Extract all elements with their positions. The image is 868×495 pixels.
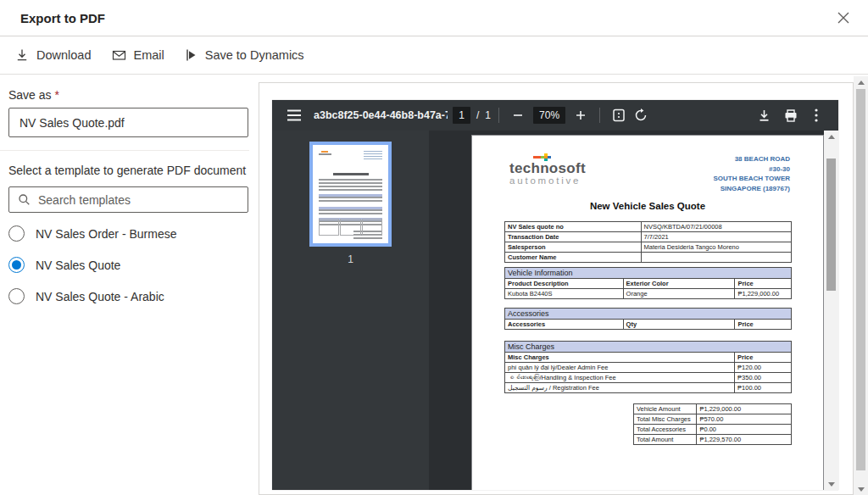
info-value: NVSQ/KBTDA/07/21/00008 [641,222,791,232]
thumbnail-pane: 1 [272,131,429,490]
page-1-thumbnail[interactable] [309,142,392,247]
info-label: NV Sales quote no [505,222,642,232]
zoom-in-button[interactable] [570,104,592,126]
column-header: Exterior Color [623,279,735,289]
radio-selected-icon [8,257,25,273]
pdf-download-button[interactable] [753,104,775,126]
info-value [641,253,791,263]
total-label: Vehicle Amount [634,404,697,414]
thumb-signature-box [319,219,339,236]
cell: Orange [623,289,735,299]
column-header: Product Description [505,279,624,289]
info-value: 7/7/2021 [641,232,791,242]
template-option-label: NV Sales Quote [36,259,120,272]
radio-icon [8,225,25,242]
company-name: technosoft [509,161,586,175]
print-icon [784,109,798,122]
template-option-nv-sales-order-burmese[interactable]: NV Sales Order - Burmese [0,218,259,249]
thumb-signature-box [340,219,360,236]
save-to-dynamics-button[interactable]: Save to Dynamics [175,39,314,71]
more-options-button[interactable] [805,104,827,126]
logo-marks [533,153,584,161]
download-button[interactable]: Download [5,39,102,71]
accessories-table: Accessories Accessories Qty Price [504,308,792,330]
total-label: Total Misc Charges [634,414,697,425]
total-label: Total Amount [634,435,697,445]
pdf-scrollbar-thumb[interactable] [826,159,836,291]
scroll-up-arrow[interactable] [854,76,868,88]
search-input[interactable] [38,187,248,212]
table-row: Kubota B2440S Orange ₱1,229,000.00 [505,289,792,299]
pdf-viewer: a3bc8f25-0e44-46b8-b47a-79... 1 / 1 70% [272,100,838,490]
page-number-input[interactable]: 1 [453,107,470,124]
table-row: رسوم التسجيل / Registration Fee₱100.00 [505,383,792,393]
filename-input[interactable] [8,108,248,137]
save-to-dynamics-label: Save to Dynamics [205,48,304,62]
download-icon [758,109,771,122]
document-page: technosoft automotive 38 BEACH ROAD #30-… [471,135,824,490]
thumb-table-lines [319,179,382,191]
rotate-icon [634,108,648,122]
cell: Kubota B2440S [505,289,624,299]
pdf-filename: a3bc8f25-0e44-46b8-b47a-79... [314,109,448,121]
column-header: Accessories [505,320,624,330]
section-band: Vehicle Information [505,268,792,279]
table-row: Transaction Date7/7/2021 [505,232,792,242]
column-header: Qty [623,320,735,330]
scroll-down-arrow[interactable] [824,478,838,490]
window-scrollbar[interactable] [854,76,868,495]
zoom-level[interactable]: 70% [533,107,565,124]
document-area: technosoft automotive 38 BEACH ROAD #30-… [429,131,824,490]
total-value: ₱0.00 [697,425,792,435]
page-total: 1 [485,109,491,121]
print-button[interactable] [780,104,802,126]
cell: phí quản lý đại lý/Dealer Admin Fee [505,363,735,373]
table-header-row: Accessories Qty Price [505,320,792,330]
thumb-signature-row [319,219,382,236]
thumb-address [364,151,382,159]
thumb-signature-box [362,219,382,236]
template-option-nv-sales-quote[interactable]: NV Sales Quote [0,249,259,281]
pdf-scrollbar[interactable] [824,131,838,490]
table-row: Total Accessories₱0.00 [634,425,792,435]
page-separator: / [476,109,479,121]
address-line: SINGAPORE (189767) [713,184,790,194]
required-asterisk: * [55,88,59,102]
template-option-nv-sales-quote-arabic[interactable]: NV Sales Quote - Arabic [0,281,259,312]
command-bar: Download Email Save to Dynamics [0,36,868,75]
company-address: 38 BEACH ROAD #30-30 SOUTH BEACH TOWER S… [713,154,790,193]
column-header: Misc Charges [505,353,735,363]
fit-page-icon [612,108,626,122]
section-band: Misc Charges [505,342,792,353]
dialog-header: Export to PDF [0,0,868,36]
total-value: ₱1,229,000.00 [697,404,792,414]
zoom-in-icon [576,110,586,120]
table-row: Vehicle Amount₱1,229,000.00 [634,404,792,414]
export-form-panel: Save as* Select a template to generate P… [0,75,259,495]
fit-page-button[interactable] [608,104,630,126]
dynamics-icon [185,48,198,62]
zoom-out-button[interactable] [507,104,529,126]
total-value: ₱570.00 [697,414,792,425]
window-scrollbar-thumb[interactable] [856,89,865,470]
search-icon [18,193,31,206]
rotate-icon-button[interactable] [630,104,652,126]
close-button[interactable] [831,5,856,31]
scroll-down-arrow[interactable] [854,483,868,495]
document-title: New Vehicle Sales Quote [472,201,823,211]
pdf-toolbar: a3bc8f25-0e44-46b8-b47a-79... 1 / 1 70% [272,100,838,131]
address-line: 38 BEACH ROAD [713,154,790,164]
thumbnail-page-label: 1 [348,253,353,265]
info-label: Salesperson [505,242,642,253]
cell: ₱100.00 [735,383,792,393]
info-value: Materia Desideria Tangco Moreno [641,242,791,253]
menu-button[interactable] [283,104,305,126]
vehicle-info-table: Vehicle Information Product Description … [504,267,792,299]
template-search[interactable] [8,186,248,213]
scroll-up-arrow[interactable] [824,131,838,142]
table-header-row: Misc Charges Price [505,353,792,363]
company-tagline: automotive [509,175,586,186]
kebab-icon [815,108,818,122]
email-button[interactable]: Email [102,39,175,71]
thumb-title-line [333,173,369,175]
